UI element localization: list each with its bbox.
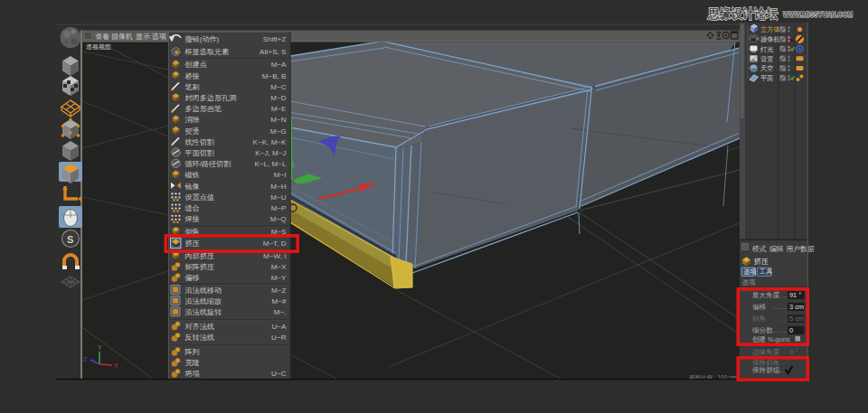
svg-text:选项: 选项 [743,268,756,276]
svg-text:用户数据: 用户数据 [787,245,815,253]
svg-text:多边形画笔: 多边形画笔 [185,105,222,113]
svg-text:S: S [67,234,73,245]
svg-text:M~H: M~H [270,183,286,191]
svg-text:克隆: 克隆 [185,359,200,367]
svg-text:Shift+Z: Shift+Z [263,35,287,43]
svg-text:Z: Z [83,356,88,362]
svg-text:镜像: 镜像 [184,183,200,191]
svg-text:撤销(动作): 撤销(动作) [185,35,220,43]
svg-text:熨烫: 熨烫 [185,127,200,136]
svg-text:查看: 查看 [95,33,109,41]
svg-text:立方体: 立方体 [760,25,781,33]
svg-text:消除: 消除 [185,116,200,124]
svg-text:模式: 模式 [752,245,767,253]
svg-text:Alt+S, S: Alt+S, S [259,48,287,56]
svg-text:.......: ....... [773,336,788,343]
svg-text:M~W, I: M~W, I [263,252,286,260]
svg-text:M~I: M~I [274,171,287,179]
svg-text:偏移: 偏移 [185,274,200,282]
svg-text:灯光: 灯光 [760,45,774,53]
svg-text:反转法线: 反转法线 [185,333,214,342]
svg-text:M~N: M~N [270,116,286,124]
svg-text:3 cm: 3 cm [789,303,804,311]
svg-text:磁铁: 磁铁 [184,171,200,179]
svg-text:M~Q: M~Q [270,215,287,223]
svg-text:摄像机: 摄像机 [760,35,781,43]
svg-text:M~Z: M~Z [271,286,286,295]
svg-text:矩阵挤压: 矩阵挤压 [185,263,214,271]
svg-text:坍塌: 坍塌 [184,370,200,378]
svg-text:0 °: 0 ° [789,348,797,356]
svg-text:U~A: U~A [272,323,288,331]
svg-text:K~K, M~K: K~K, M~K [253,138,287,146]
svg-text:创建点: 创建点 [184,61,207,69]
svg-text:M~G: M~G [270,127,287,136]
svg-text:.......: ....... [773,327,788,333]
svg-text:焊接: 焊接 [184,215,200,223]
svg-text:细分数: 细分数 [752,326,773,334]
svg-text:M~E: M~E [271,105,287,113]
svg-text:M~C: M~C [270,83,286,91]
svg-text:M~X: M~X [271,263,287,271]
svg-text:M~B, B: M~B, B [262,72,287,80]
svg-text:M~,: M~, [274,308,287,316]
svg-text:Y: Y [98,344,102,351]
svg-text:工具: 工具 [760,268,773,276]
svg-text:背景: 背景 [760,55,774,63]
svg-text:笔刷: 笔刷 [185,83,200,91]
svg-text:平面切割: 平面切割 [184,149,214,157]
svg-text:M~Y: M~Y [271,274,287,282]
svg-text:封闭多边形孔洞: 封闭多边形孔洞 [185,94,237,102]
svg-text:X: X [114,362,118,369]
svg-text:沿法线旋转: 沿法线旋转 [185,308,222,316]
svg-text:缝合: 缝合 [185,204,200,212]
svg-text:线性切割: 线性切割 [185,138,214,146]
svg-text:5 cm: 5 cm [789,314,804,323]
svg-text:挤压: 挤压 [754,258,769,266]
svg-text:.......: ....... [773,315,788,322]
svg-text:设置点值: 设置点值 [185,193,214,202]
svg-text:对齐法线: 对齐法线 [185,323,214,331]
svg-text:.......: ....... [773,359,788,365]
svg-text:透视视图: 透视视图 [86,43,111,51]
svg-text:U~C: U~C [271,370,287,378]
svg-text:天空: 天空 [760,64,774,72]
svg-text:思缘设计论坛: 思缘设计论坛 [707,6,778,21]
svg-text:挤压: 挤压 [185,239,200,248]
svg-text:M~U: M~U [270,193,286,202]
svg-text:阵列: 阵列 [185,348,200,356]
svg-text:K~L, M~L: K~L, M~L [254,160,287,168]
svg-text:沿法线缩放: 沿法线缩放 [185,297,222,305]
svg-text:.......: ....... [773,348,788,354]
svg-text:.......: ....... [773,292,788,298]
svg-text:M~D: M~D [270,94,286,102]
svg-text:显示: 显示 [136,33,150,41]
svg-text:内部挤压: 内部挤压 [185,252,214,260]
svg-text:K~J, M~J: K~J, M~J [255,149,286,157]
svg-text:WWW.MISSYUAN.COM: WWW.MISSYUAN.COM [783,9,853,19]
svg-text:编辑: 编辑 [769,245,784,253]
svg-text:平面: 平面 [760,74,774,82]
svg-text:.......: ....... [773,304,788,310]
svg-text:偏移: 偏移 [752,303,767,311]
svg-text:框显选取元素: 框显选取元素 [184,48,230,56]
svg-text:沿法线移动: 沿法线移动 [185,286,222,295]
svg-text:选项: 选项 [742,278,756,286]
svg-text:桥接: 桥接 [185,72,200,80]
svg-text:M~#: M~# [272,297,287,305]
svg-text:循环/路径切割: 循环/路径切割 [185,160,231,168]
svg-text:摄像机: 摄像机 [110,33,133,41]
svg-text:斜角: 斜角 [752,314,766,323]
svg-text:0: 0 [789,326,793,334]
svg-text:M~T, D: M~T, D [263,239,287,248]
svg-text:M~A: M~A [271,61,287,69]
svg-text:91 °: 91 ° [789,291,801,299]
svg-text:U~R: U~R [271,333,287,342]
svg-text:选项: 选项 [152,33,166,41]
svg-text:M~P: M~P [271,204,287,212]
